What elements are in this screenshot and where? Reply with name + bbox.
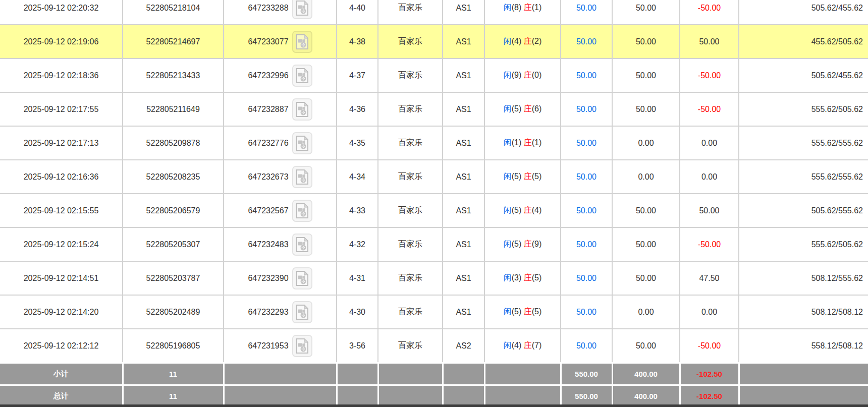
round-cell: 647232293 [224, 295, 337, 329]
video-replay-button[interactable] [292, 98, 312, 121]
player-result-score: (5) [512, 307, 522, 316]
bet-time: 2025-09-12 02:16:36 [0, 160, 123, 194]
bet-amount-link[interactable]: 50.00 [561, 0, 612, 25]
summary-valid-total: 400.00 [612, 363, 680, 385]
valid-amount: 0.00 [612, 160, 680, 194]
win-loss: 47.50 [680, 261, 739, 295]
video-replay-button[interactable] [292, 200, 312, 222]
video-replay-button[interactable] [292, 267, 312, 289]
bottom-edge-bar [0, 404, 868, 407]
summary-empty-cell [337, 385, 378, 407]
bet-record-row[interactable]: 2025-09-12 02:14:20522805202489647232293… [0, 295, 868, 329]
player-result-label: 闲 [504, 37, 512, 45]
video-replay-button[interactable] [292, 132, 312, 154]
game-name: 百家乐 [378, 25, 443, 59]
shoe-round: 4-32 [337, 227, 378, 261]
bet-record-row[interactable]: 2025-09-12 02:18:36522805213433647232996… [0, 59, 868, 92]
shoe-round: 4-31 [337, 261, 378, 295]
summary-count: 11 [123, 363, 224, 385]
summary-empty-cell [443, 385, 484, 407]
bet-record-row[interactable]: 2025-09-12 02:19:06522805214697647233077… [0, 25, 868, 59]
result-cell: 闲(9) 庄(0) [484, 59, 561, 92]
bet-amount-link[interactable]: 50.00 [561, 261, 612, 295]
win-loss: 0.00 [680, 160, 739, 194]
banker-result-score: (6) [532, 104, 542, 113]
banker-result-label: 庄 [524, 341, 532, 350]
bet-amount-link[interactable]: 50.00 [561, 227, 612, 261]
round-id: 647232887 [248, 105, 288, 113]
shoe-round: 4-38 [337, 25, 378, 59]
video-file-icon [296, 68, 309, 83]
summary-bet-total: 550.00 [561, 385, 612, 407]
bet-amount-link[interactable]: 50.00 [561, 25, 612, 59]
summary-winloss-total: -102.50 [680, 363, 739, 385]
bet-time: 2025-09-12 02:15:24 [0, 227, 123, 261]
banker-result-score: (4) [532, 206, 542, 214]
win-loss: -50.00 [680, 0, 739, 25]
bet-record-row[interactable]: 2025-09-12 02:20:32522805218104647233288… [0, 0, 868, 25]
bet-record-row[interactable]: 2025-09-12 02:16:36522805208235647232673… [0, 160, 868, 194]
round-id: 647232293 [248, 308, 288, 316]
summary-body: 小计11550.00400.00-102.50总计11550.00400.00-… [0, 363, 868, 407]
game-name: 百家乐 [378, 295, 443, 329]
bet-amount-link[interactable]: 50.00 [561, 329, 612, 363]
round-id: 647232673 [248, 172, 288, 181]
round-id: 647232390 [248, 274, 288, 282]
video-file-icon [296, 203, 309, 218]
table-name: AS2 [443, 329, 484, 363]
game-name: 百家乐 [378, 261, 443, 295]
balance-before-after: 505.62/455.62 [739, 59, 868, 92]
balance-before-after: 505.62/455.62 [739, 0, 868, 25]
video-replay-button[interactable] [292, 301, 312, 323]
video-file-icon [296, 237, 309, 252]
summary-empty-cell [337, 363, 378, 385]
summary-label: 总计 [0, 385, 123, 407]
summary-empty-cell [378, 385, 443, 407]
video-replay-button[interactable] [292, 65, 312, 87]
banker-result-label: 庄 [524, 273, 532, 282]
game-name: 百家乐 [378, 92, 443, 126]
video-replay-button[interactable] [292, 0, 312, 19]
game-name: 百家乐 [378, 59, 443, 92]
balance-before-after: 558.12/508.12 [739, 329, 868, 363]
win-loss: -50.00 [680, 92, 739, 126]
video-file-icon [296, 338, 309, 354]
player-result-score: (5) [512, 240, 522, 248]
player-result-score: (9) [512, 71, 522, 79]
video-replay-button[interactable] [292, 31, 312, 53]
video-replay-button[interactable] [292, 234, 312, 256]
bet-records-table: 2025-09-12 02:20:32522805218104647233288… [0, 0, 868, 406]
player-result-label: 闲 [504, 104, 512, 113]
bet-time: 2025-09-12 02:19:06 [0, 25, 123, 59]
table-name: AS1 [443, 59, 484, 92]
bet-amount-link[interactable]: 50.00 [561, 160, 612, 194]
player-result-score: (8) [512, 3, 522, 12]
bet-amount-link[interactable]: 50.00 [561, 92, 612, 126]
video-file-icon [296, 136, 309, 151]
banker-result-score: (2) [532, 37, 542, 45]
bet-record-row[interactable]: 2025-09-12 02:15:24522805205307647232483… [0, 227, 868, 261]
shoe-round: 4-40 [337, 0, 378, 25]
round-cell: 647233288 [224, 0, 337, 25]
bet-amount-link[interactable]: 50.00 [561, 59, 612, 92]
summary-empty-cell [443, 363, 484, 385]
round-cell: 647232776 [224, 126, 337, 160]
video-replay-button[interactable] [292, 335, 312, 357]
balance-before-after: 555.62/555.62 [739, 126, 868, 160]
bet-record-row[interactable]: 2025-09-12 02:12:12522805196805647231953… [0, 329, 868, 363]
bet-time: 2025-09-12 02:17:13 [0, 126, 123, 160]
video-replay-button[interactable] [292, 166, 312, 188]
bet-record-row[interactable]: 2025-09-12 02:17:13522805209878647232776… [0, 126, 868, 160]
bet-record-row[interactable]: 2025-09-12 02:17:55522805211649647232887… [0, 92, 868, 126]
bet-amount-link[interactable]: 50.00 [561, 295, 612, 329]
bet-record-row[interactable]: 2025-09-12 02:15:55522805206579647232567… [0, 194, 868, 227]
bet-amount-link[interactable]: 50.00 [561, 126, 612, 160]
result-cell: 闲(4) 庄(2) [484, 25, 561, 59]
win-loss: 0.00 [680, 295, 739, 329]
win-loss: 50.00 [680, 25, 739, 59]
table-name: AS1 [443, 126, 484, 160]
valid-amount: 50.00 [612, 227, 680, 261]
bet-id: 522805196805 [123, 329, 224, 363]
bet-record-row[interactable]: 2025-09-12 02:14:51522805203787647232390… [0, 261, 868, 295]
bet-amount-link[interactable]: 50.00 [561, 194, 612, 227]
